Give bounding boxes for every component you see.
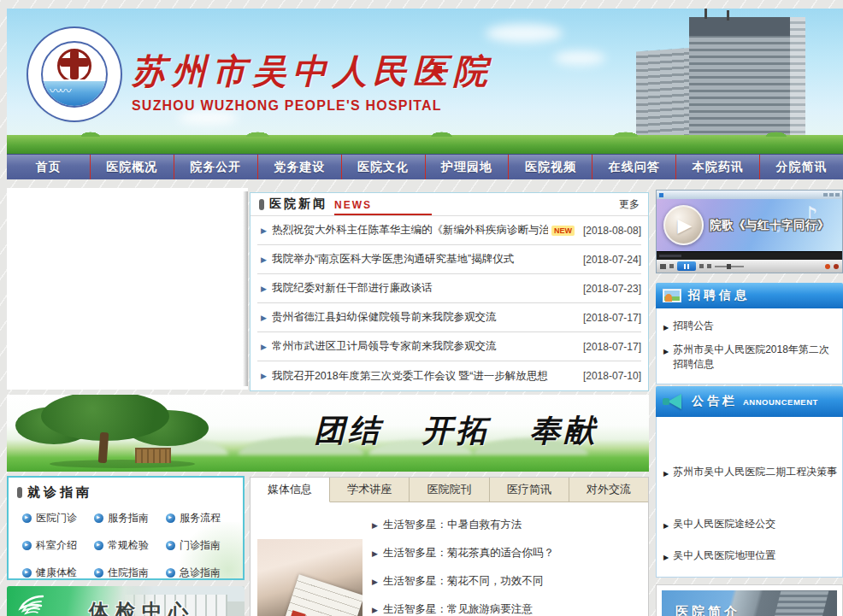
- cloud-decoration: [486, 24, 563, 43]
- tab-academic-lectures[interactable]: 学术讲座: [330, 478, 410, 502]
- nav-item-nursing[interactable]: 护理园地: [425, 155, 509, 179]
- site-header: 苏州市吴中人民医院 SUZHOU WUZHONG PEOPLE'S HOSPIT…: [7, 9, 843, 154]
- news-row[interactable]: ▶ 贵州省德江县妇幼保健院领导前来我院参观交流 [2018-07-17]: [257, 303, 641, 332]
- guide-item-outpatient[interactable]: 医院门诊: [22, 511, 94, 525]
- volume-slider[interactable]: [715, 266, 744, 267]
- bird-logo-icon: [17, 593, 46, 616]
- player-status-bar: [657, 251, 842, 260]
- guide-item-emergency-guide[interactable]: 急诊指南: [166, 566, 238, 580]
- guide-item-service-flow[interactable]: 服务流程: [166, 511, 238, 525]
- playlist-button[interactable]: [707, 264, 711, 268]
- nav-item-public[interactable]: 院务公开: [174, 155, 257, 179]
- nav-item-pharmacy[interactable]: 本院药讯: [675, 155, 759, 179]
- tab-bar: 媒体信息 学术讲座 医院院刊 医疗简讯 对外交流: [251, 478, 648, 502]
- news-title: 医院新闻: [269, 197, 327, 212]
- news-title-en: NEWS: [334, 199, 432, 215]
- tab-hospital-journal[interactable]: 医院院刊: [410, 478, 489, 502]
- window-buttons[interactable]: [823, 193, 840, 197]
- page: 苏州市吴中人民医院 SUZHOU WUZHONG PEOPLE'S HOSPIT…: [0, 0, 843, 616]
- arrow-icon: ▶: [261, 285, 267, 293]
- grass-decoration: [7, 135, 843, 154]
- circle-arrow-icon: [94, 541, 103, 550]
- arrow-icon: ▶: [261, 314, 267, 322]
- pause-button[interactable]: [677, 261, 696, 271]
- arrow-icon: ▶: [663, 466, 669, 481]
- media-tabs-section: 媒体信息 学术讲座 医院院刊 医疗简讯 对外交流 ▶ 生活智多星：中暑自救有方法…: [250, 477, 649, 616]
- nav-item-video[interactable]: 医院视频: [508, 155, 592, 179]
- intro-building-image: 医院简介: [662, 590, 837, 616]
- play-button[interactable]: [663, 205, 704, 245]
- recruit-header: 招聘信息: [656, 283, 843, 308]
- announcement-header: 公告栏 ANNOUNCEMENT: [656, 386, 843, 417]
- news-row[interactable]: ▶ 我院召开2018年度第三次党委工作会议 暨“进一步解放思想 [2018-07…: [257, 361, 641, 390]
- arrow-icon: ▶: [372, 578, 378, 586]
- tab-external-exchange[interactable]: 对外交流: [569, 478, 648, 502]
- recruit-photo-icon: [663, 289, 681, 302]
- circle-arrow-icon: [94, 513, 103, 523]
- media-item[interactable]: ▶ 生活智多星：菊花不同，功效不同: [368, 567, 640, 595]
- nav-item-home[interactable]: 首页: [7, 155, 90, 179]
- recruit-item[interactable]: ▶ 招聘公告: [657, 319, 842, 335]
- announcement-title-en: ANNOUNCEMENT: [743, 397, 818, 407]
- circle-arrow-icon: [22, 513, 32, 523]
- tab-media-info[interactable]: 媒体信息: [251, 478, 330, 502]
- player-screen: ♪ ♫ 院歌《与红十字同行》: [657, 199, 842, 251]
- hospital-logo: [31, 31, 118, 118]
- announcement-item[interactable]: ▶ 吴中人民医院途经公交: [657, 517, 842, 533]
- nav-item-culture[interactable]: 医院文化: [341, 155, 425, 179]
- recruit-list: ▶ 招聘公告 ▶ 苏州市吴中人民医院2018年第二次招聘信息: [656, 308, 843, 384]
- guide-item-service-guide[interactable]: 服务指南: [94, 511, 166, 525]
- circle-arrow-icon: [166, 568, 175, 578]
- media-item[interactable]: ▶ 生活智多星：中暑自救有方法: [368, 511, 640, 539]
- arrow-icon: ▶: [261, 226, 267, 235]
- circle-arrow-icon: [166, 541, 175, 550]
- megaphone-icon: [663, 394, 683, 409]
- hospital-intro-card[interactable]: 医院简介: [656, 584, 843, 616]
- nav-item-overview[interactable]: 医院概况: [90, 155, 174, 179]
- stop-button[interactable]: [660, 264, 666, 269]
- media-item[interactable]: ▶ 生活智多星：菊花茶真的适合你吗？: [368, 539, 640, 567]
- guide-item-inpatient-guide[interactable]: 住院指南: [94, 566, 166, 580]
- health-check-banner[interactable]: 体检中心: [7, 586, 245, 616]
- arrow-icon: ▶: [372, 549, 378, 558]
- nav-item-qa[interactable]: 在线问答: [592, 155, 675, 179]
- main-nav: 首页 医院概况 院务公开 党务建设 医院文化 护理园地 医院视频 在线问答 本院…: [7, 154, 843, 179]
- announcement-item[interactable]: ▶ 苏州市吴中人民医院二期工程决策事: [657, 465, 842, 481]
- arrow-icon: ▶: [663, 519, 669, 533]
- guide-item-health-check[interactable]: 健康体检: [22, 566, 94, 580]
- cloud-decoration: [554, 51, 605, 65]
- guide-item-routine-tests[interactable]: 常规检验: [94, 538, 166, 553]
- record-button[interactable]: [825, 264, 830, 269]
- announcement-list: ▶ 苏州市吴中人民医院二期工程决策事 ▶ 吴中人民医院途经公交 ▶ 吴中人民医院…: [656, 417, 843, 578]
- guide-title: 就诊指南: [27, 484, 92, 501]
- circle-arrow-icon: [94, 568, 103, 578]
- player-logo-icon: [659, 193, 663, 197]
- arrow-icon: ▶: [372, 606, 378, 614]
- slogan-text: 团结开拓奉献: [7, 410, 649, 452]
- news-section: 医院新闻 NEWS 更多 ▶ 热烈祝贺大外科主任陈革华主编的《新编外科疾病诊断与…: [250, 192, 649, 391]
- capture-button[interactable]: [834, 264, 839, 269]
- recruit-item[interactable]: ▶ 苏州市吴中人民医院2018年第二次招聘信息: [657, 343, 842, 372]
- news-row[interactable]: ▶ 我院举办“南京医科大学医患沟通研究基地”揭牌仪式 [2018-07-24]: [257, 245, 641, 274]
- guide-item-outpatient-guide[interactable]: 门诊指南: [166, 538, 238, 553]
- next-button[interactable]: [699, 264, 704, 268]
- guide-item-departments[interactable]: 科室介绍: [22, 538, 94, 553]
- player-titlebar: [657, 191, 842, 199]
- circle-arrow-icon: [22, 568, 32, 578]
- player-controls: [657, 260, 842, 273]
- news-row[interactable]: ▶ 常州市武进区卫计局领导专家前来我院参观交流 [2018-07-17]: [257, 332, 641, 361]
- nav-item-branch[interactable]: 分院简讯: [759, 155, 843, 179]
- nav-item-party[interactable]: 党务建设: [257, 155, 341, 179]
- news-row[interactable]: ▶ 热烈祝贺大外科主任陈革华主编的《新编外科疾病诊断与治 NEW [2018-0…: [257, 216, 641, 245]
- news-more-link[interactable]: 更多: [619, 197, 640, 212]
- news-row[interactable]: ▶ 我院纪委对新任干部进行廉政谈话 [2018-07-23]: [257, 274, 641, 303]
- announcement-item[interactable]: ▶ 吴中人民医院地理位置: [657, 549, 842, 565]
- intro-label: 医院简介: [675, 604, 740, 616]
- section-bullet-icon: [259, 199, 264, 210]
- previous-button[interactable]: [669, 264, 674, 268]
- media-item[interactable]: ▶ 生活智多星：常见旅游病要注意: [368, 595, 640, 616]
- new-badge: NEW: [551, 226, 575, 236]
- tab-medical-briefs[interactable]: 医疗简讯: [490, 478, 569, 502]
- slogan-banner: 团结开拓奉献: [7, 395, 649, 472]
- circle-arrow-icon: [22, 541, 32, 550]
